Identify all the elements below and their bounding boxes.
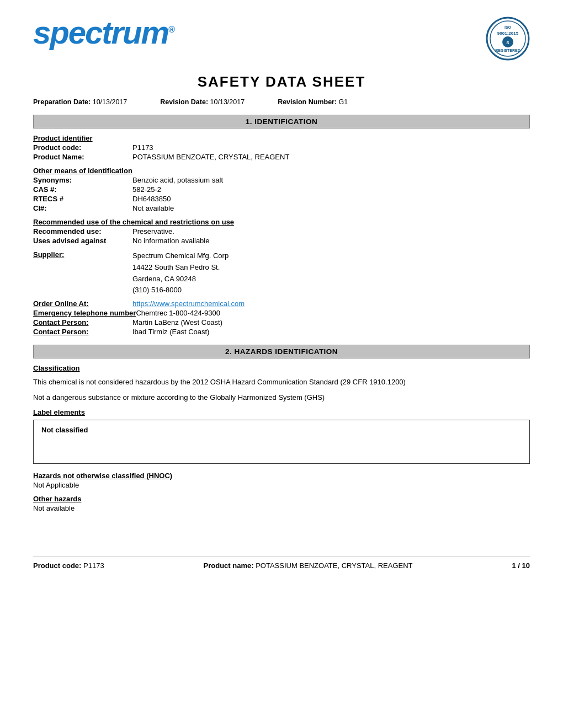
recommended-use-row: Recommended use: Preservative. xyxy=(33,227,530,235)
revision-number: Revision Number: G1 xyxy=(278,98,348,106)
product-name-value: POTASSIUM BENZOATE, CRYSTAL, REAGENT xyxy=(132,153,530,161)
product-code-label: Product code: xyxy=(33,143,132,152)
label-elements-label: Label elements xyxy=(33,408,530,416)
supplier-line4: (310) 516-8000 xyxy=(132,285,530,296)
page-header: spectrum® ISO 9001:2015 S REGISTERED xyxy=(33,17,530,62)
product-name-row: Product Name: POTASSIUM BENZOATE, CRYSTA… xyxy=(33,153,530,161)
supplier-label: Supplier: xyxy=(33,250,132,296)
supplier-line2: 14422 South San Pedro St. xyxy=(132,262,530,274)
product-code-group: Product code: P1173 Product Name: POTASS… xyxy=(33,143,530,161)
rtecs-row: RTECS # DH6483850 xyxy=(33,195,530,203)
contact-person2-value: Ibad Tirmiz (East Coast) xyxy=(132,328,530,336)
footer-page-info: 1 / 10 xyxy=(512,561,530,570)
logo-text: spectrum xyxy=(33,14,168,50)
preparation-date: Preparation Date: 10/13/2017 xyxy=(33,98,127,106)
recommended-use-label: Recommended use: xyxy=(33,227,132,235)
rev-num-value: G1 xyxy=(339,98,348,106)
prep-info: Preparation Date: 10/13/2017 Revision Da… xyxy=(33,98,530,106)
svg-text:ISO: ISO xyxy=(504,25,512,29)
ci-row: CI#: Not available xyxy=(33,204,530,212)
supplier-address: Spectrum Chemical Mfg. Corp 14422 South … xyxy=(132,250,530,296)
uses-advised-row: Uses advised against No information avai… xyxy=(33,237,530,245)
synonyms-row: Synonyms: Benzoic acid, potassium salt xyxy=(33,176,530,184)
hnoc-label: Hazards not otherwise classified (HNOC) xyxy=(33,472,530,480)
rtecs-value: DH6483850 xyxy=(132,195,530,203)
section2: 2. HAZARDS IDENTIFICATION Classification… xyxy=(33,345,530,512)
order-online-value[interactable]: https://www.spectrumchemical.com xyxy=(132,299,530,308)
synonyms-value: Benzoic acid, potassium salt xyxy=(132,176,530,184)
product-code-value: P1173 xyxy=(132,143,530,152)
page-footer: Product code: P1173 Product name: POTASS… xyxy=(33,556,530,570)
recommended-use-value: Preservative. xyxy=(132,227,530,235)
logo-container: spectrum® xyxy=(33,17,174,49)
product-identifier-label: Product identifier xyxy=(33,134,530,142)
svg-text:S: S xyxy=(506,40,509,45)
other-hazards-label: Other hazards xyxy=(33,495,530,503)
rev-num-label: Revision Number: xyxy=(278,98,337,106)
company-logo: spectrum® xyxy=(33,14,174,50)
prep-date-value: 10/13/2017 xyxy=(93,98,128,106)
classification-label: Classification xyxy=(33,364,530,372)
classification-text1: This chemical is not considered hazardou… xyxy=(33,377,530,388)
section2-header: 2. HAZARDS IDENTIFICATION xyxy=(33,345,530,358)
hnoc-section: Hazards not otherwise classified (HNOC) … xyxy=(33,472,530,489)
other-hazards-value: Not available xyxy=(33,504,75,512)
iso-badge-container: ISO 9001:2015 S REGISTERED xyxy=(486,17,530,62)
cas-label: CAS #: xyxy=(33,185,132,194)
uses-advised-value: No information available xyxy=(132,237,530,245)
revision-date: Revision Date: 10/13/2017 xyxy=(160,98,245,106)
supplier-block: Supplier: Spectrum Chemical Mfg. Corp 14… xyxy=(33,250,530,296)
emergency-tel-row: Emergency telephone number Chemtrec 1-80… xyxy=(33,309,530,317)
registered-symbol: ® xyxy=(168,25,174,34)
order-online-row: Order Online At: https://www.spectrumche… xyxy=(33,299,530,308)
rev-date-value: 10/13/2017 xyxy=(210,98,245,106)
contact-person1-label: Contact Person: xyxy=(33,318,132,326)
other-means-group: Synonyms: Benzoic acid, potassium salt C… xyxy=(33,176,530,212)
classification-text2: Not a dangerous substance or mixture acc… xyxy=(33,392,530,403)
supplier-line3: Gardena, CA 90248 xyxy=(132,274,530,285)
contact-person2-label: Contact Person: xyxy=(33,328,132,336)
ci-value: Not available xyxy=(132,204,530,212)
contact-person1-row: Contact Person: Martin LaBenz (West Coas… xyxy=(33,318,530,326)
cas-value: 582-25-2 xyxy=(132,185,530,194)
order-online-label: Order Online At: xyxy=(33,299,132,308)
footer-product-name-label: Product name: xyxy=(204,561,254,570)
other-means-label: Other means of identification xyxy=(33,167,530,175)
emergency-tel-label: Emergency telephone number xyxy=(33,309,136,317)
uses-advised-label: Uses advised against xyxy=(33,237,132,245)
not-classified-text: Not classified xyxy=(41,426,88,434)
svg-text:REGISTERED: REGISTERED xyxy=(495,49,520,52)
contact-person2-row: Contact Person: Ibad Tirmiz (East Coast) xyxy=(33,328,530,336)
footer-product-name-value: POTASSIUM BENZOATE, CRYSTAL, REAGENT xyxy=(256,561,412,570)
recommended-use-group: Recommended use: Preservative. Uses advi… xyxy=(33,227,530,245)
product-name-label: Product Name: xyxy=(33,153,132,161)
label-elements-box: Not classified xyxy=(33,420,530,464)
rtecs-label: RTECS # xyxy=(33,195,132,203)
prep-date-label: Preparation Date: xyxy=(33,98,91,106)
synonyms-label: Synonyms: xyxy=(33,176,132,184)
contact-group: Order Online At: https://www.spectrumche… xyxy=(33,299,530,336)
ci-label: CI#: xyxy=(33,204,132,212)
page-title: SAFETY DATA SHEET xyxy=(33,73,530,90)
svg-text:9001:2015: 9001:2015 xyxy=(497,31,519,36)
section1-header: 1. IDENTIFICATION xyxy=(33,115,530,129)
cas-row: CAS #: 582-25-2 xyxy=(33,185,530,194)
footer-left: Product code: P1173 xyxy=(33,561,104,570)
supplier-line1: Spectrum Chemical Mfg. Corp xyxy=(132,250,530,262)
hnoc-value: Not Applicable xyxy=(33,481,79,489)
recommended-use-heading: Recommended use of the chemical and rest… xyxy=(33,218,530,226)
section1: 1. IDENTIFICATION Product identifier Pro… xyxy=(33,115,530,336)
iso-badge-icon: ISO 9001:2015 S REGISTERED xyxy=(486,17,530,61)
footer-center: Product name: POTASSIUM BENZOATE, CRYSTA… xyxy=(204,561,413,570)
other-hazards-section: Other hazards Not available xyxy=(33,495,530,512)
contact-person1-value: Martin LaBenz (West Coast) xyxy=(132,318,530,326)
rev-date-label: Revision Date: xyxy=(160,98,208,106)
footer-product-code-label: Product code: xyxy=(33,561,81,570)
product-code-row: Product code: P1173 xyxy=(33,143,530,152)
emergency-tel-value: Chemtrec 1-800-424-9300 xyxy=(136,309,530,317)
footer-product-code-value: P1173 xyxy=(83,561,104,570)
